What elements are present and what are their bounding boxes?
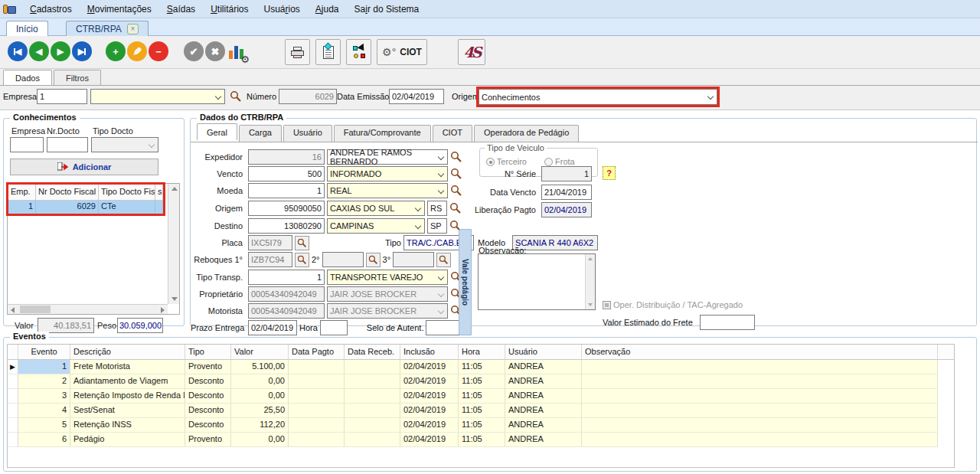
cancel-button[interactable]: ✖ xyxy=(205,41,225,61)
destino-city-combo[interactable]: CAMPINAS xyxy=(327,218,425,234)
tipo-transp-combo[interactable]: TRANSPORTE VAREJO xyxy=(327,270,448,285)
col-emp[interactable]: Emp. xyxy=(8,185,36,200)
hscroll-thumb[interactable] xyxy=(20,306,51,313)
scroll-up-icon[interactable] xyxy=(172,187,178,191)
data-emissao-input[interactable]: 02/04/2019 xyxy=(389,89,444,104)
eventos-col-5[interactable]: Data Pagto xyxy=(289,345,345,359)
hora-field[interactable] xyxy=(320,320,348,335)
conh-tipodocto-combo[interactable] xyxy=(91,137,158,152)
chart-settings-icon[interactable]: ⚙ xyxy=(228,44,248,62)
event-row[interactable]: 4Sest/SenatDesconto25,5002/04/201911:05A… xyxy=(8,404,954,418)
origem-code[interactable]: 95090050 xyxy=(248,201,325,216)
eventos-col-6[interactable]: Data Receb. xyxy=(345,345,400,359)
origem-uf[interactable]: RS xyxy=(427,201,447,216)
peso-field[interactable]: 30.059,000 xyxy=(117,318,163,333)
destino-uf[interactable]: SP xyxy=(427,218,447,234)
scroll-right-icon[interactable] xyxy=(161,307,165,313)
tab-filtros[interactable]: Filtros xyxy=(54,70,101,85)
event-row[interactable]: 3Retenção Imposto de Renda IRIDesconto0,… xyxy=(8,389,954,404)
search-origem-icon[interactable] xyxy=(449,202,462,214)
eventos-col-9[interactable]: Usuário xyxy=(505,345,582,359)
horizontal-scrollbar[interactable] xyxy=(8,304,168,314)
tab-operadora-de-pedagio[interactable]: Operadora de Pedágio xyxy=(474,125,579,142)
valor-frete-field[interactable] xyxy=(700,315,755,330)
origem-combo[interactable]: Conhecimentos xyxy=(479,89,717,105)
tab-inicio[interactable]: Início xyxy=(6,21,48,36)
brand-logo-button[interactable]: 4S xyxy=(458,39,485,65)
conh-nrdocto-input[interactable] xyxy=(47,137,88,152)
search-reboque3-button[interactable] xyxy=(436,253,451,267)
empresa-input[interactable]: 1 xyxy=(37,89,87,104)
empresa-combo[interactable] xyxy=(90,89,225,104)
event-row[interactable]: 5Retenção INSSDesconto112,2002/04/201911… xyxy=(8,418,954,433)
search-empresa-icon[interactable] xyxy=(230,90,242,103)
tab-geral[interactable]: Geral xyxy=(197,123,237,140)
next-record-button[interactable]: ▶ xyxy=(51,41,70,61)
menu-saidas[interactable]: Saídas xyxy=(160,2,202,17)
confirm-button[interactable]: ✔ xyxy=(184,41,204,61)
eventos-col-4[interactable]: Valor xyxy=(231,345,289,359)
data-vencto-field[interactable]: 21/04/2019 xyxy=(541,185,592,200)
print-button[interactable] xyxy=(285,39,310,65)
tab-dados[interactable]: Dados xyxy=(3,70,52,85)
edit-record-button[interactable]: ✎ xyxy=(127,41,147,61)
eventos-col-10[interactable]: Observação xyxy=(582,345,938,359)
oper-distribuicao-checkbox[interactable] xyxy=(603,301,611,309)
event-row[interactable]: 6PedágioProvento0,0002/04/201911:05ANDRE… xyxy=(8,433,954,447)
observacao-textarea[interactable] xyxy=(478,253,596,310)
scroll-down-icon[interactable] xyxy=(172,297,178,301)
menu-movimentacoes[interactable]: Movimentações xyxy=(80,2,158,17)
last-record-button[interactable]: ▶ xyxy=(72,41,92,61)
export-button[interactable] xyxy=(346,39,371,65)
eventos-col-8[interactable]: Hora xyxy=(459,345,505,359)
menu-utilitarios[interactable]: Utilitários xyxy=(204,2,255,17)
origem-city-combo[interactable]: CAXIAS DO SUL xyxy=(327,201,425,216)
radio-frota[interactable] xyxy=(544,158,553,166)
tab-ciot[interactable]: CIOT xyxy=(433,125,472,142)
menu-sair-do-sistema[interactable]: Sair do Sistema xyxy=(348,2,426,17)
conh-grid-row-selected[interactable]: 1 6029 CTe xyxy=(8,201,163,214)
event-row[interactable]: ▶1Frete MotoristaProvento5.100,0002/04/2… xyxy=(8,360,954,374)
search-moeda-icon[interactable] xyxy=(450,185,462,197)
eventos-col-2[interactable]: Descrição xyxy=(70,345,185,359)
vencto-combo[interactable]: INFORMADO xyxy=(327,166,448,181)
menu-cadastros[interactable]: Cadastros xyxy=(23,2,79,17)
delete-record-button[interactable]: − xyxy=(149,41,168,61)
col-nr-docto-fiscal[interactable]: Nr Docto Fiscal xyxy=(36,185,99,200)
prazo-field[interactable]: 02/04/2019 xyxy=(248,320,297,335)
search-reboque2-button[interactable] xyxy=(366,253,381,267)
help-button[interactable]: ? xyxy=(603,166,616,180)
event-row[interactable]: 2Adiantamento de ViagemDesconto0,0002/04… xyxy=(8,374,954,389)
first-record-button[interactable]: ◀ xyxy=(8,41,28,61)
eventos-col-7[interactable]: Inclusão xyxy=(400,345,459,359)
tab-fatura-comprovante[interactable]: Fatura/Comprovante xyxy=(334,125,431,142)
vencto-code[interactable]: 500 xyxy=(248,166,325,181)
expedidor-combo[interactable]: ANDREA DE RAMOS BERNARDO xyxy=(327,149,448,165)
previous-record-button[interactable]: ◀ xyxy=(29,41,49,61)
tab-carga[interactable]: Carga xyxy=(239,125,282,142)
expedidor-code[interactable]: 16 xyxy=(248,149,325,165)
ciot-button[interactable]: ⚙° CIOT xyxy=(377,39,427,65)
conh-empresa-input[interactable] xyxy=(10,137,44,152)
eventos-col-1[interactable]: Evento xyxy=(18,345,70,359)
search-reboque1-button[interactable] xyxy=(295,253,309,267)
observacao-scrollbar[interactable] xyxy=(585,254,595,309)
vale-pedagio-tab[interactable]: Vale pedágio xyxy=(459,229,472,335)
vertical-scrollbar[interactable] xyxy=(168,184,179,304)
destino-code[interactable]: 13080290 xyxy=(248,218,325,234)
search-placa-button[interactable] xyxy=(295,236,309,250)
close-tab-icon[interactable]: × xyxy=(127,24,139,34)
search-vencto-icon[interactable] xyxy=(450,168,462,180)
eventos-col-3[interactable]: Tipo xyxy=(185,345,231,359)
tab-ctrb-rpa[interactable]: CTRB/RPA × xyxy=(66,21,149,36)
col-tipo-docto-fiscal[interactable]: Tipo Docto Fiscal xyxy=(99,185,155,200)
tipo-transp-code[interactable]: 1 xyxy=(248,270,325,285)
tab-usuario[interactable]: Usuário xyxy=(283,125,332,142)
col-partial[interactable]: s xyxy=(155,185,163,200)
moeda-combo[interactable]: REAL xyxy=(327,183,448,198)
menu-usuarios[interactable]: Usuários xyxy=(256,2,306,17)
menu-ajuda[interactable]: Ajuda xyxy=(309,2,346,17)
edit-document-button[interactable] xyxy=(315,39,341,65)
adicionar-button[interactable]: Adicionar xyxy=(10,159,158,175)
add-record-button[interactable]: + xyxy=(106,41,126,61)
